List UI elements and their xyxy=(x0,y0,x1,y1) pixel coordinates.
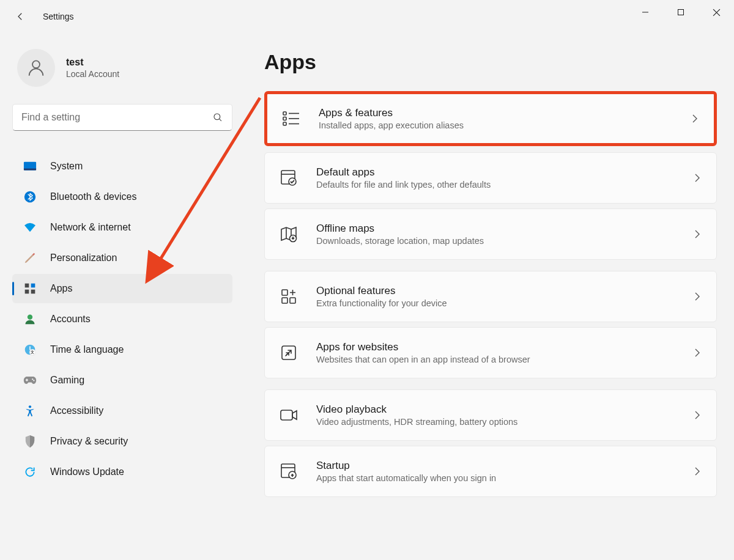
system-icon xyxy=(23,160,37,173)
window-controls xyxy=(628,0,734,24)
card-title: Offline maps xyxy=(316,223,692,235)
card-subtitle: Apps that start automatically when you s… xyxy=(316,473,692,483)
sidebar: test Local Account System Bluetooth & de… xyxy=(0,33,245,560)
chevron-right-icon xyxy=(692,466,703,477)
svg-rect-8 xyxy=(24,169,36,171)
card-title: Video playback xyxy=(316,403,692,416)
close-button[interactable] xyxy=(699,0,734,24)
video-playback-icon xyxy=(278,405,299,426)
svg-text:文: 文 xyxy=(30,350,34,354)
svg-point-20 xyxy=(29,405,31,408)
sidebar-item-label: Windows Update xyxy=(50,466,124,477)
chevron-right-icon xyxy=(692,291,703,302)
chevron-right-icon xyxy=(692,229,703,240)
svg-point-5 xyxy=(214,114,220,120)
optional-features-icon xyxy=(278,286,299,307)
card-apps-features[interactable]: Apps & features Installed apps, app exec… xyxy=(264,91,717,146)
card-subtitle: Defaults for file and link types, other … xyxy=(316,180,692,190)
svg-rect-12 xyxy=(25,290,29,294)
sidebar-item-time-language[interactable]: 文 Time & language xyxy=(12,335,232,364)
apps-websites-icon xyxy=(278,342,299,363)
update-icon xyxy=(23,465,37,479)
sidebar-item-bluetooth[interactable]: Bluetooth & devices xyxy=(12,182,232,212)
card-startup[interactable]: Startup Apps that start automatically wh… xyxy=(264,446,717,497)
sidebar-item-accounts[interactable]: Accounts xyxy=(12,304,232,334)
user-block[interactable]: test Local Account xyxy=(12,49,232,87)
svg-rect-30 xyxy=(282,290,287,295)
svg-point-14 xyxy=(28,315,32,320)
startup-icon xyxy=(278,461,299,482)
card-video-playback[interactable]: Video playback Video adjustments, HDR st… xyxy=(264,389,717,441)
paintbrush-icon xyxy=(23,251,37,265)
clock-icon: 文 xyxy=(23,343,37,356)
search-input[interactable] xyxy=(21,112,212,123)
chevron-right-icon xyxy=(692,347,703,358)
sidebar-item-label: Privacy & security xyxy=(50,436,128,447)
sidebar-item-accessibility[interactable]: Accessibility xyxy=(12,396,232,426)
svg-rect-23 xyxy=(283,122,286,125)
sidebar-item-label: Personalization xyxy=(50,252,117,263)
bluetooth-icon xyxy=(23,190,37,204)
card-title: Default apps xyxy=(316,166,692,179)
sidebar-item-gaming[interactable]: Gaming xyxy=(12,366,232,395)
titlebar: Settings xyxy=(0,0,734,33)
svg-point-4 xyxy=(32,61,40,68)
chevron-right-icon xyxy=(689,113,700,124)
sidebar-item-system[interactable]: System xyxy=(12,152,232,181)
apps-features-icon xyxy=(281,108,302,129)
card-apps-for-websites[interactable]: Apps for websites Websites that can open… xyxy=(264,327,717,378)
search-box[interactable] xyxy=(12,104,232,131)
card-subtitle: Installed apps, app execution aliases xyxy=(319,120,689,130)
content-area: Apps Apps & features Installed apps, app… xyxy=(245,33,734,560)
user-icon xyxy=(26,57,46,78)
svg-point-18 xyxy=(32,378,33,380)
card-subtitle: Websites that can open in an app instead… xyxy=(316,355,692,364)
card-title: Apps & features xyxy=(319,107,689,119)
svg-rect-1 xyxy=(678,10,684,15)
sidebar-item-personalization[interactable]: Personalization xyxy=(12,243,232,273)
card-subtitle: Downloads, storage location, map updates xyxy=(316,236,692,246)
card-subtitle: Extra functionality for your device xyxy=(316,298,692,308)
svg-line-6 xyxy=(220,119,221,121)
page-title: Apps xyxy=(264,50,717,74)
sidebar-item-privacy[interactable]: Privacy & security xyxy=(12,427,232,456)
sidebar-item-label: Accounts xyxy=(50,314,91,325)
chevron-right-icon xyxy=(692,172,703,183)
minimize-button[interactable] xyxy=(628,0,663,24)
chevron-right-icon xyxy=(692,410,703,421)
accounts-icon xyxy=(23,312,37,326)
sidebar-item-label: Accessibility xyxy=(50,405,103,416)
sidebar-item-network[interactable]: Network & internet xyxy=(12,213,232,242)
sidebar-item-windows-update[interactable]: Windows Update xyxy=(12,457,232,487)
maximize-button[interactable] xyxy=(663,0,699,24)
svg-rect-11 xyxy=(31,284,35,288)
card-offline-maps[interactable]: Offline maps Downloads, storage location… xyxy=(264,208,717,260)
card-default-apps[interactable]: Default apps Defaults for file and link … xyxy=(264,152,717,204)
svg-rect-21 xyxy=(283,112,286,115)
card-subtitle: Video adjustments, HDR streaming, batter… xyxy=(316,417,692,427)
sidebar-item-apps[interactable]: Apps xyxy=(12,274,232,303)
card-title: Apps for websites xyxy=(316,341,692,353)
wifi-icon xyxy=(23,221,37,234)
svg-rect-10 xyxy=(25,284,29,288)
svg-rect-31 xyxy=(282,298,287,303)
shield-icon xyxy=(23,435,37,448)
card-optional-features[interactable]: Optional features Extra functionality fo… xyxy=(264,271,717,322)
svg-point-19 xyxy=(33,380,34,381)
arrow-left-icon xyxy=(15,11,26,22)
close-icon xyxy=(713,9,721,17)
minimize-icon xyxy=(642,9,649,16)
sidebar-nav: System Bluetooth & devices Network & int… xyxy=(12,152,232,487)
accessibility-icon xyxy=(23,404,37,418)
sidebar-item-label: Network & internet xyxy=(50,222,131,233)
apps-icon xyxy=(23,282,37,295)
card-title: Startup xyxy=(316,460,692,472)
back-button[interactable] xyxy=(7,4,33,29)
offline-maps-icon xyxy=(278,224,299,245)
search-icon xyxy=(212,112,223,123)
user-name: test xyxy=(66,57,119,68)
card-title: Optional features xyxy=(316,285,692,297)
window-title: Settings xyxy=(43,12,74,21)
sidebar-item-label: Apps xyxy=(50,283,72,294)
svg-rect-22 xyxy=(283,117,286,120)
